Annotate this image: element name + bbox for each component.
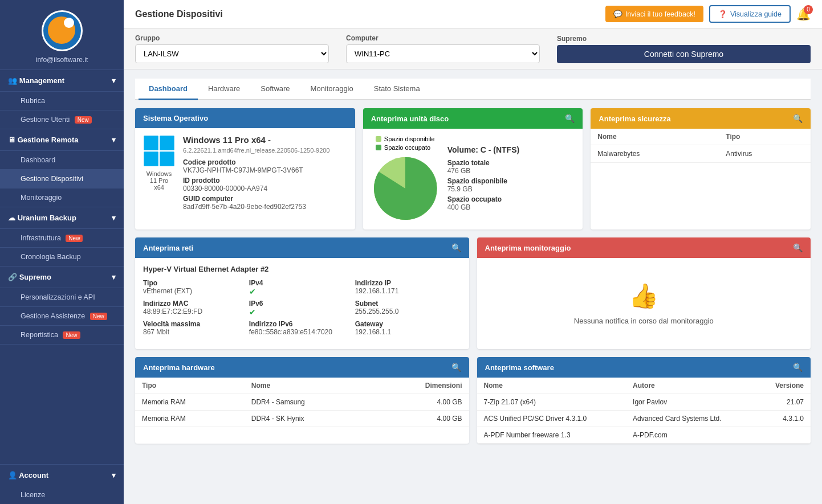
sidebar-header: info@ilsoftware.it: [0, 0, 124, 70]
tab-dashboard[interactable]: Dashboard: [139, 79, 198, 100]
so-icon-block: Windows 11 Pro x64: [143, 135, 175, 213]
question-icon: ❓: [718, 10, 727, 18]
sicurezza-table-row: MalwarebytesAntivirus: [591, 145, 811, 163]
sicurezza-table-header-row: Nome Tipo: [591, 129, 811, 145]
sw-cell-nome: ACS Unified PC/SC Driver 4.3.1.0: [477, 411, 626, 427]
sidebar-group-account[interactable]: 👤 Account ▾: [0, 465, 124, 486]
sidebar-group-management[interactable]: 👥 Management ▾: [0, 70, 124, 92]
so-id-value: 00330-80000-00000-AA974: [183, 185, 347, 192]
chevron-down-icon: ▾: [112, 76, 116, 85]
so-info-block: Windows 11 Pro x64 - 6.2.22621.1.amd64fr…: [183, 135, 347, 213]
sw-col-nome: Nome: [477, 378, 626, 394]
notification-button[interactable]: 🔔 0: [796, 7, 811, 21]
sidebar-item-gestione-utenti[interactable]: Gestione Utenti New: [0, 110, 124, 129]
sidebar-item-cronologia-backup[interactable]: Cronologia Backup: [0, 248, 124, 267]
sidebar-group-gestione-remota[interactable]: 🖥 Gestione Remota ▾: [0, 129, 124, 151]
card-sicurezza-body: Nome Tipo MalwarebytesAntivirus: [591, 129, 811, 163]
sidebar: info@ilsoftware.it 👥 Management ▾ Rubric…: [0, 0, 124, 504]
hardware-table-header-row: Tipo Nome Dimensioni: [135, 378, 469, 394]
card-monitoraggio-body: 👍 Nessuna notifica in corso dal monitora…: [477, 258, 811, 349]
topbar: Gestione Dispositivi 💬 Inviaci il tuo fe…: [124, 0, 822, 28]
card-hardware: Anteprima hardware 🔍 Tipo Nome Dimension…: [135, 357, 469, 444]
sw-cell-autore: Advanced Card Systems Ltd.: [626, 411, 756, 427]
card-so-body: Windows 11 Pro x64 Windows 11 Pro x64 - …: [135, 128, 355, 220]
hw-cell-nome: DDR4 - SK Hynix: [245, 411, 373, 427]
connetti-supremo-button[interactable]: Connetti con Supremo: [557, 45, 811, 63]
svg-rect-1: [160, 136, 174, 150]
feedback-button[interactable]: 💬 Inviaci il tuo feedback!: [605, 6, 703, 22]
software-table: Nome Autore Versione 7-Zip 21.07 (x64)Ig…: [477, 378, 811, 444]
supremo-label: Supremo: [557, 35, 811, 43]
sidebar-item-reportistica[interactable]: Reportistica New: [0, 326, 124, 345]
sidebar-item-infrastruttura[interactable]: Infrastruttura New: [0, 229, 124, 248]
tabs-bar: Dashboard Hardware Software Monitoraggio…: [135, 79, 811, 100]
tab-monitoraggio[interactable]: Monitoraggio: [300, 79, 364, 100]
hw-cell-tipo: Memoria RAM: [135, 394, 245, 411]
sicurezza-table: Nome Tipo MalwarebytesAntivirus: [591, 129, 811, 163]
so-guid-value: 8ad7d9ff-5e7b-4a20-9ebe-fed902ef2753: [183, 203, 347, 211]
sidebar-item-rubrica[interactable]: Rubrica: [0, 92, 124, 110]
reti-mac-block: Indirizzo MAC 48:89:E7:C2:E9:FD: [143, 300, 249, 317]
software-table-row: ACS Unified PC/SC Driver 4.3.1.0Advanced…: [477, 411, 811, 427]
hardware-search-button[interactable]: 🔍: [451, 363, 461, 372]
hw-cell-dim: 4.00 GB: [373, 411, 469, 427]
card-reti-header: Anteprima reti 🔍: [135, 237, 469, 258]
legend-dot-occupato: [376, 145, 381, 150]
sw-cell-nome: 7-Zip 21.07 (x64): [477, 394, 626, 411]
computer-select[interactable]: WIN11-PC: [346, 44, 540, 63]
row-1: Sistema Operativo Windows 11 Pro x64 Wi: [135, 108, 811, 230]
reti-ipv6-block: IPv6 ✔: [249, 300, 355, 317]
reti-adapter-title: Hyper-V Virtual Ethernet Adapter #2: [143, 265, 461, 273]
tab-stato-sistema[interactable]: Stato Sistema: [364, 79, 430, 100]
win-label: Windows 11 Pro x64: [147, 170, 172, 191]
card-disco-header: Anteprima unità disco 🔍: [363, 108, 583, 129]
sidebar-item-gestione-assistenze[interactable]: Gestione Assistenze New: [0, 307, 124, 326]
card-sicurezza-header: Anteprima sicurezza 🔍: [591, 108, 811, 129]
disco-occupato-value: 400 GB: [447, 203, 575, 211]
so-id-label: ID prodotto: [183, 177, 347, 185]
page-title: Gestione Dispositivi: [135, 9, 223, 19]
monitoraggio-no-notif: Nessuna notifica in corso dal monitoragg…: [574, 317, 714, 325]
sidebar-item-dashboard[interactable]: Dashboard: [0, 151, 124, 170]
sidebar-item-gestione-dispositivi[interactable]: Gestione Dispositivi: [0, 170, 124, 189]
software-search-button[interactable]: 🔍: [793, 363, 803, 372]
sidebar-group-uranium-backup[interactable]: ☁ Uranium Backup ▾: [0, 207, 124, 229]
hw-col-nome: Nome: [245, 378, 373, 394]
gruppo-select[interactable]: LAN-ILSW: [135, 44, 329, 63]
sicurezza-search-button[interactable]: 🔍: [793, 114, 803, 123]
reti-tipo-label: Tipo vEthernet (EXT): [143, 279, 249, 296]
sw-cell-nome: A-PDF Number freeware 1.3: [477, 427, 626, 444]
sidebar-account-section: 👤 Account ▾ Licenze: [0, 464, 124, 504]
tab-hardware[interactable]: Hardware: [198, 79, 250, 100]
disco-disponibile-label: Spazio disponibile: [447, 177, 575, 185]
sidebar-gestione-remota: 🖥 Gestione Remota ▾ Dashboard Gestione D…: [0, 129, 124, 207]
tab-software[interactable]: Software: [250, 79, 300, 100]
sidebar-item-licenze[interactable]: Licenze: [0, 486, 124, 504]
badge-new-infrastruttura: New: [66, 235, 83, 242]
sidebar-management: 👥 Management ▾ Rubrica Gestione Utenti N…: [0, 70, 124, 129]
content-area: Dashboard Hardware Software Monitoraggio…: [124, 69, 822, 504]
row-3: Anteprima hardware 🔍 Tipo Nome Dimension…: [135, 357, 811, 444]
chevron-down-icon-5: ▾: [112, 471, 116, 480]
disco-volume: Volume: C - (NTFS): [447, 145, 575, 154]
reti-ip-block: Indirizzo IP 192.168.1.171: [355, 279, 461, 296]
disco-legend: Spazio disponibile Spazio occupato: [376, 136, 435, 151]
pie-svg-overlay: [371, 154, 440, 223]
filter-computer: Computer WIN11-PC: [346, 34, 540, 63]
chevron-down-icon-4: ▾: [112, 273, 116, 281]
sidebar-item-personalizzazioni[interactable]: Personalizzazioni e API: [0, 288, 124, 307]
reti-search-button[interactable]: 🔍: [451, 243, 461, 252]
sidebar-group-supremo[interactable]: 🔗 Supremo ▾: [0, 267, 124, 288]
sicurezza-cell-tipo: Antivirus: [719, 145, 811, 163]
monitoraggio-search-button[interactable]: 🔍: [793, 243, 803, 252]
sw-col-versione: Versione: [756, 378, 811, 394]
so-subtitle: 6.2.22621.1.amd64fre.ni_release.220506-1…: [183, 147, 347, 154]
management-icon: 👥: [8, 76, 17, 85]
hw-cell-nome: DDR4 - Samsung: [245, 394, 373, 411]
so-codice-value: VK7JG-NPHTM-C97JM-9MPGT-3V66T: [183, 166, 347, 174]
sidebar-item-monitoraggio[interactable]: Monitoraggio: [0, 189, 124, 207]
filter-gruppo: Gruppo LAN-ILSW: [135, 34, 329, 63]
guide-button[interactable]: ❓ Visualizza guide: [709, 5, 791, 23]
card-monitoraggio-header: Anteprima monitoraggio 🔍: [477, 237, 811, 258]
disco-search-button[interactable]: 🔍: [565, 114, 575, 123]
